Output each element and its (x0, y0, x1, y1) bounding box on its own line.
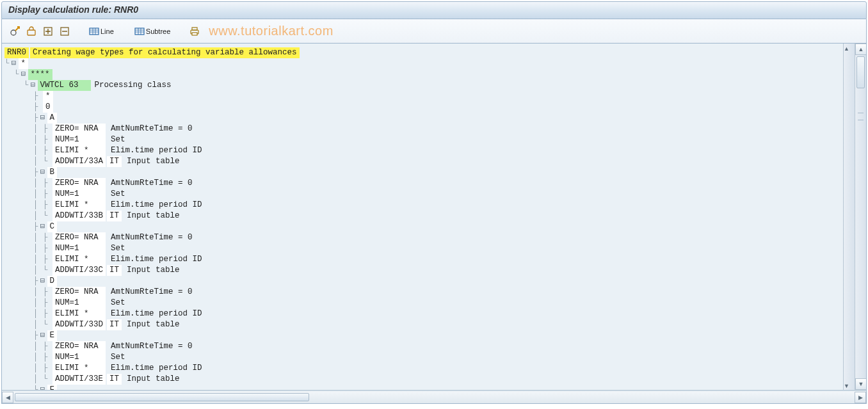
tree-node-desc: AmtNumRteTime = 0 (111, 124, 193, 134)
tree-node-desc: Set (111, 352, 125, 363)
node-toggle-icon[interactable]: ⊟ (19, 69, 28, 80)
tree-node-code[interactable]: B (47, 167, 58, 178)
toolbar: Line Subtree www.tutorialkart.com (1, 19, 867, 44)
tree-node-desc: Input table (127, 265, 180, 276)
line-button-label: Line (100, 28, 114, 35)
node-toggle-icon[interactable]: ⊟ (38, 330, 47, 341)
scroll-grip (858, 113, 864, 120)
tree-node-code[interactable]: ADDWTI/33C (52, 265, 106, 276)
tree-node-desc: Elim.time period ID (111, 200, 202, 211)
node-toggle-icon[interactable]: ⊟ (38, 113, 47, 124)
content-frame: RNR0Creating wage types for calculating … (1, 44, 867, 404)
scroll-up-button[interactable]: ▲ (855, 44, 866, 55)
tree-node-code[interactable]: ZERO= NRA (52, 124, 106, 134)
rule-code[interactable]: RNR0 (4, 47, 29, 58)
tree-node-desc: Elim.time period ID (111, 254, 202, 265)
tree-node-code[interactable]: ELIMI * (52, 363, 106, 374)
node-toggle-icon[interactable]: ⊟ (38, 276, 47, 287)
tree-node-code[interactable]: NUM=1 (52, 243, 106, 254)
tree-node-code[interactable]: C (47, 221, 58, 232)
tree-node-code[interactable]: **** (28, 69, 52, 80)
display-toggle-button[interactable] (8, 25, 21, 38)
tree-node-code[interactable]: ADDWTI/33E (52, 374, 106, 385)
tree-node-code[interactable]: ZERO= NRA (52, 178, 106, 189)
tree-node-code[interactable]: IT (107, 156, 122, 167)
tree-node-code[interactable]: ZERO= NRA (52, 341, 106, 352)
tree-node-code[interactable]: D (47, 276, 58, 287)
tree-node-code[interactable]: ZERO= NRA (52, 232, 106, 243)
tree-node-code[interactable]: NUM=1 (52, 352, 106, 363)
line-button[interactable]: Line (86, 24, 117, 38)
tree-node-code[interactable]: NUM=1 (52, 134, 106, 145)
node-toggle-icon[interactable]: ⊟ (10, 58, 19, 69)
tree-node-code[interactable]: NUM=1 (52, 189, 106, 200)
tree-node-code[interactable]: IT (107, 374, 122, 385)
tree-node-desc: AmtNumRteTime = 0 (111, 178, 193, 189)
tree-node-code[interactable]: A (47, 113, 58, 124)
tree-node-code[interactable]: E (47, 330, 58, 341)
tree-node-code[interactable]: ADDWTI/33A (52, 156, 106, 167)
tree-node-desc: Input table (127, 319, 180, 330)
scroll-left-button[interactable]: ◀ (2, 392, 13, 403)
scroll-track[interactable] (855, 55, 866, 378)
tree-node-code[interactable]: * (19, 58, 29, 69)
tree-node-code[interactable]: 0 (43, 102, 53, 113)
svg-rect-1 (28, 30, 35, 35)
tree-node-code[interactable]: ELIMI * (52, 254, 106, 265)
window-title: Display calculation rule: RNR0 (1, 1, 867, 19)
scroll-down-button[interactable]: ▼ (844, 381, 849, 390)
subtree-button-label: Subtree (146, 28, 171, 35)
tree-node-code[interactable]: ADDWTI/33B (52, 211, 106, 221)
tree-node-code[interactable]: VWTCL 63 (38, 80, 91, 91)
tree-node-code[interactable]: ELIMI * (52, 200, 106, 211)
svg-rect-4 (90, 28, 99, 35)
calculation-rule-tree: RNR0Creating wage types for calculating … (2, 44, 843, 390)
tree-node-desc: Set (111, 134, 125, 145)
hscroll-thumb[interactable] (15, 393, 309, 401)
tree-node-code[interactable]: ELIMI * (52, 145, 106, 156)
svg-rect-5 (135, 28, 144, 35)
tree-node-code[interactable]: IT (107, 211, 122, 221)
scroll-down-button[interactable]: ▼ (855, 378, 866, 390)
scroll-thumb[interactable] (844, 52, 855, 321)
tree-node-code[interactable]: * (43, 91, 53, 102)
print-button[interactable] (188, 25, 201, 38)
scroll-track[interactable] (844, 52, 855, 321)
tree-node-code[interactable]: ZERO= NRA (52, 287, 106, 298)
tree-node-desc: Set (111, 189, 125, 200)
node-toggle-icon[interactable]: ⊟ (29, 80, 38, 91)
scroll-thumb[interactable] (856, 56, 865, 88)
tree-node-desc: AmtNumRteTime = 0 (111, 232, 193, 243)
node-toggle-icon[interactable]: ⊟ (38, 167, 47, 178)
tree-node-desc: Elim.time period ID (111, 363, 202, 374)
scroll-right-button[interactable]: ▶ (855, 392, 866, 403)
svg-point-0 (11, 30, 16, 35)
collapse-button[interactable] (58, 25, 71, 38)
attributes-button[interactable] (25, 25, 38, 38)
horizontal-scrollbar[interactable]: ◀ ▶ (2, 390, 866, 403)
inner-vertical-scrollbar[interactable]: ▲ ▼ (843, 44, 855, 390)
tree-node-desc: Elim.time period ID (111, 145, 202, 156)
scroll-up-button[interactable]: ▲ (844, 44, 855, 52)
tree-node-desc: Input table (127, 211, 180, 221)
tree-node-desc: AmtNumRteTime = 0 (111, 341, 193, 352)
tree-node-desc: Input table (127, 156, 180, 167)
node-toggle-icon[interactable]: ⊟ (38, 221, 47, 232)
node-toggle-icon[interactable]: ⊟ (38, 385, 47, 390)
content-body: RNR0Creating wage types for calculating … (2, 44, 866, 390)
tree-node-code[interactable]: IT (107, 265, 122, 276)
tree-node-code[interactable]: NUM=1 (52, 298, 106, 309)
svg-rect-8 (192, 33, 197, 35)
tree-node-code[interactable]: ADDWTI/33D (52, 319, 106, 330)
tree-node-code[interactable]: F (47, 385, 58, 390)
tree-node-desc: Set (111, 298, 125, 309)
tree-node-desc: Elim.time period ID (111, 309, 202, 319)
tree-node-desc: Processing class (95, 80, 172, 91)
subtree-button[interactable]: Subtree (132, 24, 173, 38)
outer-vertical-scrollbar[interactable]: ▲ ▼ (855, 44, 866, 390)
tree-node-code[interactable]: IT (107, 319, 122, 330)
tree-node-code[interactable]: ELIMI * (52, 309, 106, 319)
tree-node-desc: AmtNumRteTime = 0 (111, 287, 193, 298)
hscroll-track[interactable] (13, 392, 855, 403)
expand-button[interactable] (42, 25, 54, 38)
